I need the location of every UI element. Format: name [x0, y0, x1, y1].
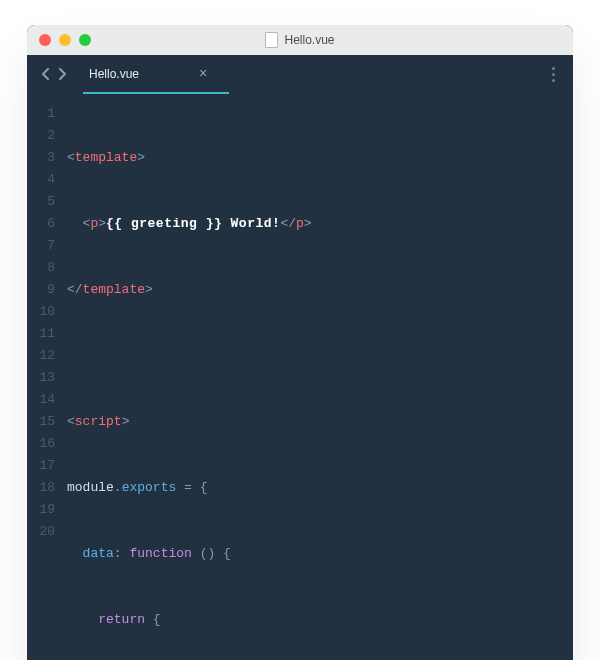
line-number: 4 [27, 169, 67, 191]
code-line: return { [67, 609, 561, 631]
line-number-gutter: 1 2 3 4 5 6 7 8 9 10 11 12 13 14 15 16 1… [27, 103, 67, 660]
line-number: 19 [27, 499, 67, 521]
line-number: 18 [27, 477, 67, 499]
line-number: 11 [27, 323, 67, 345]
zoom-window-button[interactable] [79, 34, 91, 46]
nav-back-button[interactable] [41, 68, 50, 80]
editor-window: Hello.vue Hello.vue × [27, 25, 573, 660]
line-number: 16 [27, 433, 67, 455]
code-line: <p>{{ greeting }} World!</p> [67, 213, 561, 235]
traffic-lights [39, 34, 91, 46]
file-icon [265, 32, 278, 48]
window-title-text: Hello.vue [284, 33, 334, 47]
close-window-button[interactable] [39, 34, 51, 46]
code-line: <template> [67, 147, 561, 169]
line-number: 20 [27, 521, 67, 543]
line-number: 1 [27, 103, 67, 125]
line-number: 12 [27, 345, 67, 367]
line-number: 10 [27, 301, 67, 323]
titlebar: Hello.vue [27, 25, 573, 55]
window-title: Hello.vue [27, 32, 573, 48]
code-area[interactable]: <template> <p>{{ greeting }} World!</p> … [67, 103, 573, 660]
tab-close-button[interactable]: × [199, 67, 207, 81]
more-icon[interactable] [548, 63, 559, 86]
tab-label: Hello.vue [89, 67, 139, 81]
code-line: data: function () { [67, 543, 561, 565]
code-line: </template> [67, 279, 561, 301]
line-number: 7 [27, 235, 67, 257]
line-number: 17 [27, 455, 67, 477]
nav-forward-button[interactable] [58, 68, 67, 80]
tabstrip: Hello.vue × [27, 55, 573, 93]
line-number: 14 [27, 389, 67, 411]
code-line: module.exports = { [67, 477, 561, 499]
line-number: 13 [27, 367, 67, 389]
code-line [67, 345, 561, 367]
tab-active-underline [83, 92, 229, 94]
code-line: <script> [67, 411, 561, 433]
line-number: 6 [27, 213, 67, 235]
line-number: 5 [27, 191, 67, 213]
line-number: 2 [27, 125, 67, 147]
minimize-window-button[interactable] [59, 34, 71, 46]
tab-hello-vue[interactable]: Hello.vue × [85, 55, 215, 93]
line-number: 9 [27, 279, 67, 301]
line-number: 3 [27, 147, 67, 169]
editor[interactable]: 1 2 3 4 5 6 7 8 9 10 11 12 13 14 15 16 1… [27, 93, 573, 660]
line-number: 8 [27, 257, 67, 279]
nav-arrows [41, 68, 67, 80]
line-number: 15 [27, 411, 67, 433]
